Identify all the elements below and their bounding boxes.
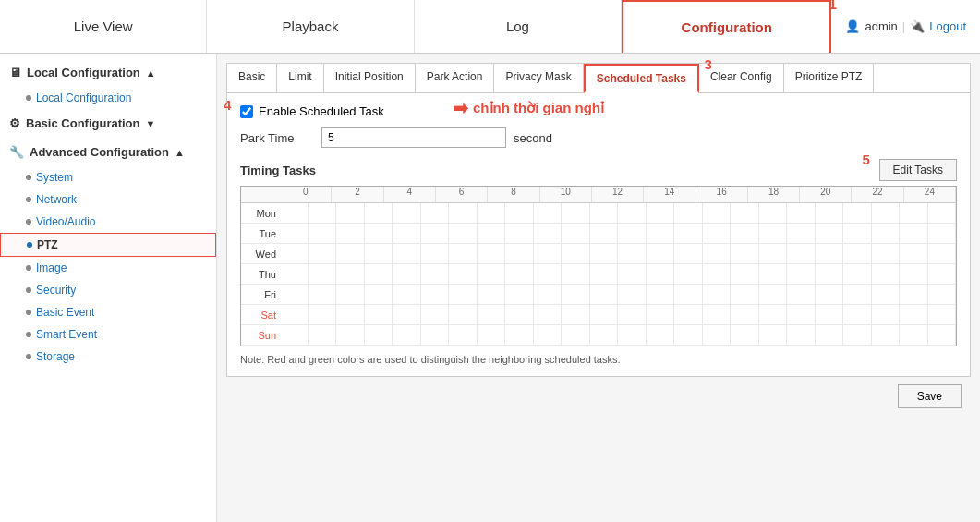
schedule-cell[interactable] bbox=[309, 264, 337, 284]
schedule-cell[interactable] bbox=[900, 285, 928, 304]
schedule-cell[interactable] bbox=[562, 325, 590, 345]
schedule-cell[interactable] bbox=[759, 325, 788, 345]
schedule-cell[interactable] bbox=[816, 224, 844, 243]
schedule-cell[interactable] bbox=[336, 244, 365, 263]
schedule-cell[interactable] bbox=[478, 325, 506, 345]
schedule-cell[interactable] bbox=[449, 224, 478, 243]
schedule-cell[interactable] bbox=[900, 244, 928, 263]
nav-playback[interactable]: Playback bbox=[207, 0, 414, 53]
schedule-cell[interactable] bbox=[928, 325, 957, 345]
schedule-cell[interactable] bbox=[928, 203, 957, 223]
schedule-cell[interactable] bbox=[393, 244, 421, 263]
schedule-cell[interactable] bbox=[674, 325, 703, 345]
schedule-cell[interactable] bbox=[449, 264, 478, 284]
schedule-cell[interactable] bbox=[618, 264, 647, 284]
schedule-cell[interactable] bbox=[731, 264, 759, 284]
tab-initial-position[interactable]: Initial Position bbox=[324, 64, 416, 92]
nav-live-view[interactable]: Live View bbox=[0, 0, 207, 53]
sidebar-item-network[interactable]: Network bbox=[0, 188, 216, 211]
schedule-cell[interactable] bbox=[365, 325, 393, 345]
schedule-cell[interactable] bbox=[618, 224, 647, 243]
schedule-cell[interactable] bbox=[843, 224, 872, 243]
schedule-cell[interactable] bbox=[309, 305, 337, 324]
schedule-cell[interactable] bbox=[478, 244, 506, 263]
schedule-cell[interactable] bbox=[928, 264, 957, 284]
schedule-cell[interactable] bbox=[759, 285, 788, 304]
schedule-cell[interactable] bbox=[816, 305, 844, 324]
schedule-cell[interactable] bbox=[787, 203, 816, 223]
schedule-cell[interactable] bbox=[703, 285, 732, 304]
edit-tasks-button[interactable]: Edit Tasks bbox=[879, 159, 957, 181]
schedule-cell[interactable] bbox=[703, 305, 732, 324]
schedule-cell[interactable] bbox=[421, 264, 450, 284]
schedule-cell[interactable] bbox=[449, 244, 478, 263]
schedule-cell[interactable] bbox=[590, 305, 619, 324]
schedule-cell[interactable] bbox=[928, 285, 957, 304]
schedule-cell[interactable] bbox=[562, 244, 590, 263]
schedule-cell[interactable] bbox=[618, 244, 647, 263]
schedule-cell[interactable] bbox=[618, 325, 647, 345]
schedule-cell[interactable] bbox=[393, 325, 421, 345]
schedule-cell[interactable] bbox=[562, 264, 590, 284]
schedule-cell[interactable] bbox=[393, 305, 421, 324]
schedule-cell[interactable] bbox=[647, 203, 675, 223]
schedule-cell[interactable] bbox=[618, 285, 647, 304]
sidebar-item-video-audio[interactable]: Video/Audio bbox=[0, 211, 216, 233]
schedule-cell[interactable] bbox=[759, 244, 788, 263]
sidebar-item-system[interactable]: System bbox=[0, 166, 216, 188]
sidebar-section-basic[interactable]: ⚙ Basic Configuration ▼ bbox=[0, 109, 216, 138]
schedule-cell[interactable] bbox=[703, 244, 732, 263]
schedule-cell[interactable] bbox=[393, 224, 421, 243]
schedule-cell[interactable] bbox=[674, 224, 703, 243]
schedule-cell[interactable] bbox=[843, 285, 872, 304]
schedule-cell[interactable] bbox=[872, 285, 901, 304]
schedule-cell[interactable] bbox=[393, 203, 421, 223]
schedule-cell[interactable] bbox=[505, 264, 534, 284]
schedule-cell[interactable] bbox=[843, 264, 872, 284]
schedule-cell[interactable] bbox=[280, 203, 309, 223]
schedule-cell[interactable] bbox=[759, 305, 788, 324]
schedule-cell[interactable] bbox=[731, 285, 759, 304]
schedule-cell[interactable] bbox=[816, 203, 844, 223]
schedule-cell[interactable] bbox=[562, 305, 590, 324]
schedule-cell[interactable] bbox=[647, 325, 675, 345]
schedule-cell[interactable] bbox=[421, 285, 450, 304]
schedule-cell[interactable] bbox=[928, 224, 957, 243]
schedule-cell[interactable] bbox=[421, 305, 450, 324]
schedule-cell[interactable] bbox=[478, 305, 506, 324]
logout-link[interactable]: Logout bbox=[929, 19, 966, 33]
schedule-cell[interactable] bbox=[731, 244, 759, 263]
schedule-cell[interactable] bbox=[393, 264, 421, 284]
schedule-cell[interactable] bbox=[647, 244, 675, 263]
schedule-cell[interactable] bbox=[618, 203, 647, 223]
schedule-cell[interactable] bbox=[816, 285, 844, 304]
schedule-cell[interactable] bbox=[590, 244, 619, 263]
schedule-cell[interactable] bbox=[336, 203, 365, 223]
schedule-cell[interactable] bbox=[421, 244, 450, 263]
schedule-cell[interactable] bbox=[843, 305, 872, 324]
schedule-cell[interactable] bbox=[478, 285, 506, 304]
schedule-cell[interactable] bbox=[280, 305, 309, 324]
schedule-cell[interactable] bbox=[365, 305, 393, 324]
nav-log[interactable]: Log bbox=[415, 0, 622, 53]
schedule-cell[interactable] bbox=[309, 325, 337, 345]
schedule-cell[interactable] bbox=[787, 224, 816, 243]
schedule-cell[interactable] bbox=[534, 224, 563, 243]
sidebar-item-security[interactable]: Security bbox=[0, 279, 216, 301]
schedule-cell[interactable] bbox=[365, 264, 393, 284]
schedule-cell[interactable] bbox=[872, 244, 901, 263]
tab-scheduled-tasks[interactable]: Scheduled Tasks 3 bbox=[584, 64, 699, 93]
schedule-cell[interactable] bbox=[336, 224, 365, 243]
schedule-cell[interactable] bbox=[843, 203, 872, 223]
schedule-cell[interactable] bbox=[505, 305, 534, 324]
schedule-cell[interactable] bbox=[280, 244, 309, 263]
tab-limit[interactable]: Limit bbox=[277, 64, 323, 92]
schedule-cell[interactable] bbox=[900, 203, 928, 223]
schedule-cell[interactable] bbox=[731, 224, 759, 243]
schedule-cell[interactable] bbox=[280, 325, 309, 345]
schedule-cell[interactable] bbox=[309, 285, 337, 304]
schedule-cell[interactable] bbox=[703, 325, 732, 345]
tab-privacy-mask[interactable]: Privacy Mask bbox=[494, 64, 583, 92]
schedule-cell[interactable] bbox=[787, 305, 816, 324]
schedule-cell[interactable] bbox=[843, 325, 872, 345]
